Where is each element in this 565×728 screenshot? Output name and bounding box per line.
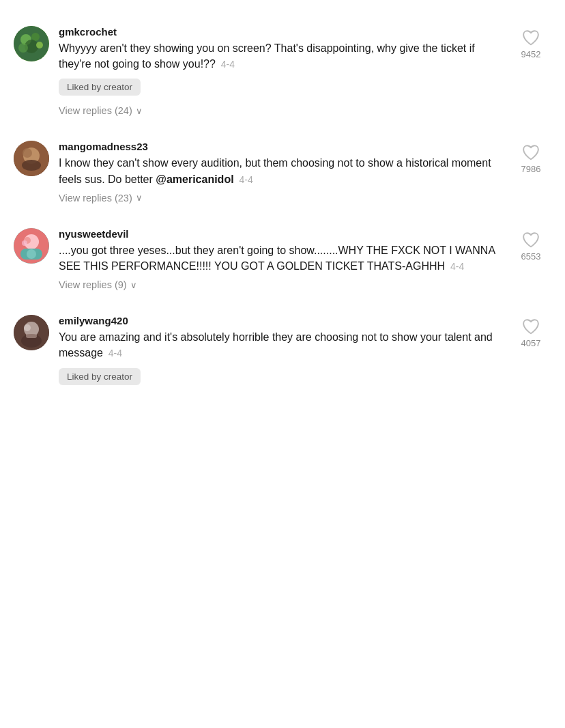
avatar [14,26,49,61]
comment-body: gmkcrochet Whyyyy aren't they showing yo… [59,26,501,128]
like-section: 6553 [510,228,551,262]
like-button[interactable] [521,29,540,46]
comment-item: gmkcrochet Whyyyy aren't they showing yo… [0,14,565,128]
liked-by-creator-badge: Liked by creator [59,79,141,96]
liked-by-creator-badge: Liked by creator [59,368,141,385]
username: gmkcrochet [59,26,501,38]
view-replies-button[interactable]: View replies (23) ∨ [59,193,501,204]
svg-point-5 [36,42,43,48]
like-section: 4057 [510,315,551,348]
comment-item: mangomadness23 I know they can't show ev… [0,128,565,215]
timestamp: 4-4 [218,59,235,70]
like-button[interactable] [521,231,540,249]
chevron-down-icon: ∨ [136,193,143,203]
avatar [14,141,49,176]
username: mangomadness23 [59,141,501,152]
like-button[interactable] [521,143,540,161]
like-count: 7986 [521,164,541,174]
username: nyusweetdevil [59,228,501,240]
like-section: 9452 [510,26,551,59]
svg-point-15 [22,240,27,246]
comment-body: mangomadness23 I know they can't show ev… [59,141,501,215]
view-replies-button[interactable]: View replies (24) ∨ [59,105,501,116]
svg-point-4 [18,43,28,53]
view-replies-button[interactable]: View replies (9) ∨ [59,279,501,290]
like-section: 7986 [510,141,551,174]
comment-item: emilywang420 You are amazing and it's ab… [0,303,565,391]
avatar [14,315,49,350]
svg-point-9 [22,160,41,171]
comment-body: nyusweetdevil ....you got three yeses...… [59,228,501,303]
svg-rect-20 [26,334,37,338]
like-count: 6553 [521,251,541,262]
svg-point-14 [27,249,36,259]
like-count: 9452 [521,49,541,59]
comment-item: nyusweetdevil ....you got three yeses...… [0,216,565,303]
comment-text: ....you got three yeses...but they aren'… [59,242,501,274]
username: emilywang420 [59,315,501,326]
comment-text: I know they can't show every audition, b… [59,155,501,186]
chevron-down-icon: ∨ [130,280,137,290]
timestamp: 4-4 [448,261,464,272]
comments-list: gmkcrochet Whyyyy aren't they showing yo… [0,14,565,406]
comment-text: Whyyyy aren't they showing you on screen… [59,40,501,72]
like-count: 4057 [521,338,541,348]
avatar [14,228,49,264]
like-button[interactable] [521,318,540,335]
svg-point-19 [24,324,31,331]
chevron-down-icon: ∨ [136,106,143,116]
svg-point-8 [23,148,32,158]
timestamp: 4-4 [237,174,253,185]
comment-body: emilywang420 You are amazing and it's ab… [59,315,501,391]
mention: @americanidol [156,173,233,185]
comment-text: You are amazing and it's absolutely horr… [59,329,501,361]
timestamp: 4-4 [106,348,122,359]
